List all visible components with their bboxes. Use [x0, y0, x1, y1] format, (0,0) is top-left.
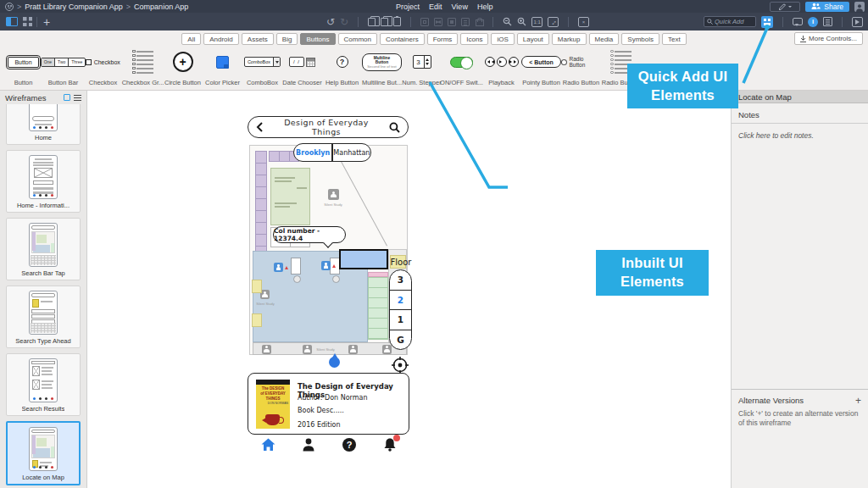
- align-icon[interactable]: [461, 18, 470, 26]
- floor-map[interactable]: Silent Study Silent Study Silent Study C…: [249, 145, 408, 355]
- transform-icon[interactable]: [420, 18, 429, 26]
- bring-forward-icon[interactable]: [448, 18, 456, 26]
- palette-item-numstepper[interactable]: 3Num. Stepper: [402, 47, 442, 89]
- redo-icon[interactable]: ↻: [340, 17, 348, 27]
- wireframe-thumb-search-type-ahead[interactable]: Search Type Ahead: [6, 286, 81, 348]
- duplicate-icon[interactable]: [381, 18, 388, 26]
- info-icon[interactable]: i: [808, 17, 818, 27]
- palette-item-checkbox[interactable]: CheckboxCheckbox: [83, 47, 123, 89]
- menu-project[interactable]: Project: [396, 3, 420, 11]
- tab-manhattan[interactable]: Manhattan: [333, 144, 370, 161]
- library-tab-layout[interactable]: Layout: [517, 33, 549, 45]
- add-alternate-button[interactable]: +: [855, 396, 861, 405]
- book-info-card[interactable]: The DESIGN of EVERYDAY THINGS DON NORMAN…: [248, 373, 409, 435]
- share-button[interactable]: Share: [805, 2, 849, 12]
- selected-stack-highlight[interactable]: [339, 249, 388, 269]
- palette-item-checkboxgroup[interactable]: Checkbox Gr...: [123, 47, 163, 89]
- call-number-tooltip[interactable]: Col number - 12374.4: [273, 226, 346, 243]
- palette-item-multiline[interactable]: Multiline ButtonSecond line of textMulti…: [362, 47, 402, 89]
- borough-tabs: Brooklyn Manhattan: [293, 143, 371, 162]
- notifications-nav-icon[interactable]: [381, 436, 398, 453]
- zoom-fit-icon[interactable]: ↔: [548, 17, 559, 27]
- menu-help[interactable]: Help: [477, 3, 493, 11]
- grid-view-icon[interactable]: [23, 17, 32, 26]
- palette-item-helpbutton[interactable]: ?Help Button: [322, 47, 362, 89]
- top-bar: > Pratt Library Companion App > Companio…: [0, 0, 868, 30]
- thumbnail-size-icon[interactable]: [64, 94, 70, 101]
- zoom-out-icon[interactable]: [503, 17, 512, 26]
- export-icon[interactable]: ×: [578, 17, 589, 27]
- notes-placeholder[interactable]: Click here to edit notes.: [738, 131, 861, 140]
- presentation-mode-icon[interactable]: [852, 17, 863, 27]
- toggle-panels-icon[interactable]: [6, 17, 18, 26]
- canvas[interactable]: Design of Everyday Things Brooklyn Manha…: [88, 91, 731, 488]
- library-tab-icons[interactable]: Icons: [460, 33, 488, 45]
- profile-nav-icon[interactable]: [300, 436, 317, 453]
- copy-icon[interactable]: [368, 18, 376, 26]
- panel-menu-icon[interactable]: [74, 95, 81, 101]
- palette-item-combobox[interactable]: ComboBoxComboBox: [242, 47, 282, 89]
- floor-option-g[interactable]: G: [390, 330, 411, 350]
- library-tab-containers[interactable]: Containers: [380, 33, 425, 45]
- floor-option-2[interactable]: 2: [390, 291, 411, 311]
- library-tab-common[interactable]: Common: [338, 33, 377, 45]
- wireframe-thumb-home[interactable]: Home: [6, 104, 81, 145]
- add-wireframe-icon[interactable]: +: [43, 18, 50, 26]
- palette-item-button[interactable]: ButtonButton: [3, 47, 43, 89]
- paste-icon[interactable]: [393, 17, 401, 26]
- callout-inbuilt-ui-elements[interactable]: Inbuilt UI Elements: [596, 250, 709, 296]
- more-controls-button[interactable]: More Controls...: [794, 32, 863, 45]
- breadcrumb-page[interactable]: Companion App: [134, 3, 188, 11]
- quick-add-input[interactable]: [715, 18, 753, 25]
- library-tab-forms[interactable]: Forms: [427, 33, 459, 45]
- app-logo-icon[interactable]: [5, 3, 14, 11]
- palette-item-label: ON/OFF Swit...: [440, 79, 483, 86]
- menu-view[interactable]: View: [452, 3, 468, 11]
- edit-mode-button[interactable]: [770, 2, 800, 12]
- palette-item-label: Checkbox: [89, 79, 117, 86]
- library-tab-markup[interactable]: Markup: [552, 33, 587, 45]
- palette-item-colorpicker[interactable]: Color Picker: [203, 47, 242, 89]
- library-tab-media[interactable]: Media: [589, 33, 620, 45]
- library-tab-android[interactable]: Android: [203, 33, 239, 45]
- library-tab-buttons[interactable]: Buttons: [300, 33, 335, 45]
- palette-item-radiobutton[interactable]: Radio ButtonRadio Button: [561, 47, 601, 89]
- undo-icon[interactable]: ↺: [326, 17, 335, 27]
- flip-icon[interactable]: [434, 18, 442, 26]
- floor-option-3[interactable]: 3: [390, 270, 411, 291]
- library-tab-symbols[interactable]: Symbols: [621, 33, 659, 45]
- library-tab-ios[interactable]: iOS: [491, 33, 514, 45]
- palette-item-playback[interactable]: Playback: [481, 47, 521, 89]
- lock-icon[interactable]: [475, 18, 483, 26]
- palette-item-buttonbar[interactable]: OneTwoThreeButton Bar: [43, 47, 83, 89]
- tab-brooklyn[interactable]: Brooklyn: [294, 144, 331, 161]
- library-tab-text[interactable]: Text: [662, 33, 687, 45]
- help-nav-icon[interactable]: ?: [341, 436, 358, 453]
- comments-icon[interactable]: [793, 18, 803, 25]
- wireframe-thumb-home-informati-[interactable]: Home - Informati...: [6, 150, 81, 213]
- wireframe-thumb-search-results[interactable]: Search Results: [6, 353, 81, 416]
- locate-me-button[interactable]: [391, 356, 409, 374]
- menu-edit[interactable]: Edit: [429, 3, 442, 11]
- wireframe-thumb-locate-on-map[interactable]: Locate on Map: [6, 421, 81, 485]
- breadcrumb-project[interactable]: Pratt Library Companion App: [25, 3, 123, 11]
- floor-label: Floor: [388, 258, 414, 267]
- breadcrumb: > Pratt Library Companion App > Companio…: [17, 3, 188, 11]
- floor-option-1[interactable]: 1: [390, 310, 411, 330]
- zoom-in-icon[interactable]: [517, 17, 526, 26]
- user-avatar[interactable]: [854, 2, 865, 12]
- palette-item-datechooser[interactable]: / /Date Chooser: [282, 47, 322, 89]
- palette-item-switch[interactable]: ON/OFF Swit...: [442, 47, 481, 89]
- palette-item-pointybutton[interactable]: < ButtonPointy Button: [521, 47, 561, 89]
- mock-search-bar[interactable]: Design of Everyday Things: [248, 116, 409, 138]
- library-tab-assets[interactable]: Assets: [242, 33, 274, 45]
- home-nav-icon[interactable]: [259, 436, 276, 453]
- ui-library-toggle-icon[interactable]: [761, 16, 773, 28]
- library-tab-all[interactable]: All: [181, 33, 201, 45]
- callout-quick-add-ui-elements[interactable]: Quick Add UI Elements: [627, 64, 738, 108]
- palette-item-circlebutton[interactable]: +Circle Button: [163, 47, 203, 89]
- wireframe-thumb-search-bar-tap[interactable]: Search Bar Tap: [6, 218, 81, 280]
- zoom-actual-icon[interactable]: 1:1: [531, 17, 542, 27]
- notes-panel-icon[interactable]: [823, 17, 832, 26]
- library-tab-big[interactable]: Big: [276, 33, 298, 45]
